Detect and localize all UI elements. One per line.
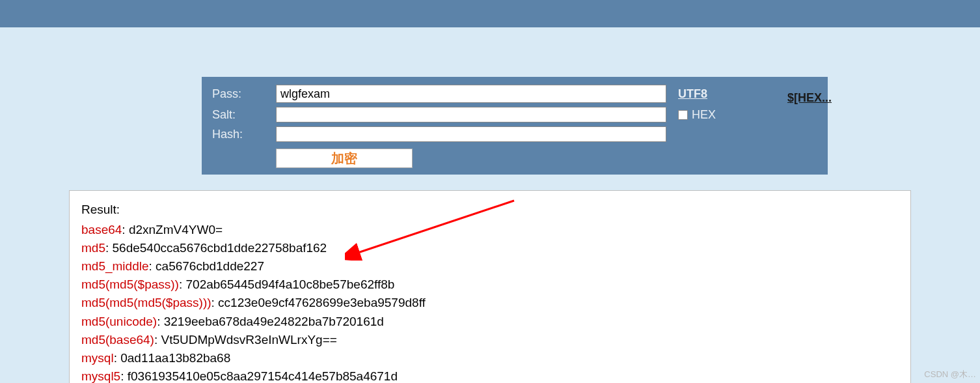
hash-line: md5_middle: ca5676cbd1dde227: [81, 257, 899, 276]
pass-label: Pass:: [212, 87, 276, 101]
hash-input[interactable]: [276, 126, 666, 142]
hash-key: md5(base64): [81, 333, 154, 347]
hash-value: 3219eeba678da49e24822ba7b720161d: [164, 315, 384, 328]
hash-row: Hash:: [212, 126, 817, 142]
hash-line: mysql: 0ad11aa13b82ba68: [81, 349, 899, 367]
hash-sep: :: [120, 369, 128, 383]
hash-sep: :: [114, 351, 121, 365]
encrypt-button[interactable]: 加密: [276, 149, 413, 168]
hex-checkbox-row: HEX: [678, 108, 716, 122]
hash-sep: :: [179, 277, 186, 291]
hash-key: md5: [81, 241, 105, 255]
hex-dollar-link[interactable]: $[HEX...: [787, 91, 832, 105]
hash-lines: base64: d2xnZmV4YW0=md5: 56de540cca5676c…: [81, 221, 899, 383]
hash-key: md5(md5($pass)): [81, 277, 179, 291]
hash-sep: :: [211, 296, 219, 309]
hash-line: md5(md5($pass)): 702ab65445d94f4a10c8be5…: [81, 276, 899, 294]
hash-sep: :: [157, 315, 164, 328]
utf8-link[interactable]: UTF8: [678, 87, 707, 101]
hash-value: ca5676cbd1dde227: [156, 259, 264, 273]
hash-line: md5(unicode): 3219eeba678da49e24822ba7b7…: [81, 313, 899, 331]
hash-value: 56de540cca5676cbd1dde22758baf162: [113, 241, 327, 255]
hash-value: Vt5UDMpWdsvR3eInWLrxYg==: [161, 333, 337, 347]
hash-line: md5(base64): Vt5UDMpWdsvR3eInWLrxYg==: [81, 331, 899, 349]
hash-sep: :: [149, 259, 156, 273]
salt-row: Salt: HEX: [212, 107, 817, 122]
hash-key: base64: [81, 223, 122, 236]
spacer: [0, 27, 980, 77]
hash-line: md5(md5(md5($pass))): cc123e0e9cf4762869…: [81, 294, 899, 312]
form-panel: Pass: UTF8 Salt: HEX Hash: 加密: [202, 77, 828, 175]
hash-sep: :: [105, 241, 113, 255]
hash-value: 0ad11aa13b82ba68: [120, 351, 230, 365]
hash-value: 702ab65445d94f4a10c8be57be62ff8b: [186, 277, 395, 291]
hash-key: md5(unicode): [81, 315, 157, 328]
pass-input[interactable]: [276, 85, 666, 103]
hex-checkbox[interactable]: [678, 110, 688, 120]
salt-input[interactable]: [276, 107, 666, 122]
hash-value: f0361935410e05c8aa297154c414e57b85a4671d: [128, 369, 398, 383]
hash-value: d2xnZmV4YW0=: [129, 223, 223, 236]
result-panel: Result: base64: d2xnZmV4YW0=md5: 56de540…: [69, 190, 911, 383]
hash-key: mysql5: [81, 369, 120, 383]
hash-key: md5_middle: [81, 259, 149, 273]
hash-sep: :: [154, 333, 161, 347]
result-title: Result:: [81, 203, 899, 217]
hash-key: md5(md5(md5($pass))): [81, 296, 211, 309]
hash-value: cc123e0e9cf47628699e3eba9579d8ff: [218, 296, 426, 309]
hash-label: Hash:: [212, 128, 276, 141]
hash-key: mysql: [81, 351, 114, 365]
salt-label: Salt:: [212, 108, 276, 122]
pass-row: Pass: UTF8: [212, 85, 817, 103]
hex-checkbox-label: HEX: [692, 108, 716, 122]
utf8-link-wrap: UTF8: [678, 87, 707, 101]
top-bar: [0, 0, 980, 27]
hash-line: md5: 56de540cca5676cbd1dde22758baf162: [81, 239, 899, 257]
watermark: CSDN @木…: [924, 369, 976, 380]
hash-line: mysql5: f0361935410e05c8aa297154c414e57b…: [81, 367, 899, 383]
hash-line: base64: d2xnZmV4YW0=: [81, 221, 899, 239]
hash-sep: :: [122, 223, 129, 236]
